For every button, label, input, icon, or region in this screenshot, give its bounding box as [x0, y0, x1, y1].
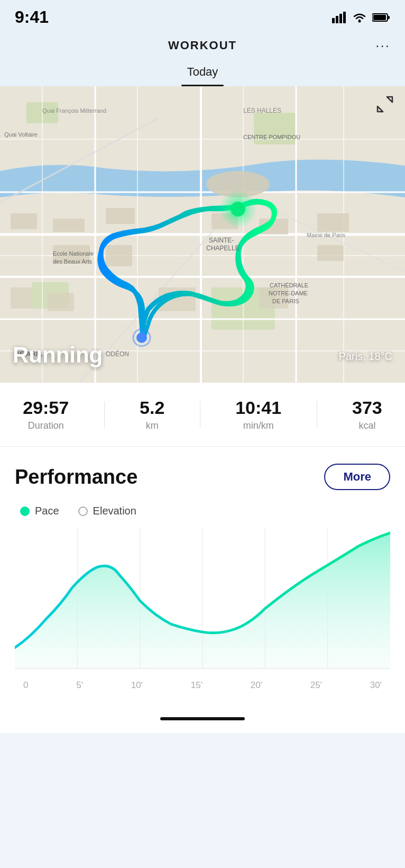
header: WORKOUT ··· [0, 31, 405, 58]
status-bar: 9:41 [0, 0, 405, 31]
chart-label-2: 10' [131, 680, 143, 691]
map-svg: Quai François Mitterrand LES HALLES CENT… [0, 86, 405, 383]
svg-rect-7 [388, 16, 390, 19]
svg-text:LES HALLES: LES HALLES [243, 107, 281, 114]
svg-rect-30 [11, 213, 37, 229]
svg-text:CHAPELLE: CHAPELLE [206, 245, 240, 252]
stat-kcal-label: kcal [358, 420, 375, 431]
legend-pace-label: Pace [35, 505, 59, 517]
chart-legend: Pace Elevation [15, 505, 390, 517]
stat-distance-label: km [146, 420, 159, 431]
map-expand-button[interactable] [375, 95, 394, 117]
stat-duration-label: Duration [28, 420, 64, 431]
svg-text:SAINTE-: SAINTE- [209, 237, 234, 244]
stat-kcal: 373 kcal [352, 397, 382, 431]
svg-rect-37 [317, 213, 349, 232]
svg-text:Ecole Nationale: Ecole Nationale [53, 250, 94, 257]
svg-rect-38 [317, 245, 344, 261]
svg-rect-39 [11, 287, 32, 309]
stats-bar: 29:57 Duration 5.2 km 10:41 min/km 373 k… [0, 383, 405, 447]
startpoint-dot [136, 332, 147, 343]
expand-icon [375, 95, 394, 114]
svg-text:CATHÉDRALE: CATHÉDRALE [270, 282, 308, 288]
svg-line-59 [378, 106, 383, 112]
legend-elevation-label: Elevation [93, 505, 136, 517]
signal-icon [332, 12, 347, 23]
stat-pace: 10:41 min/km [235, 397, 281, 431]
chart-label-1: 5' [76, 680, 83, 691]
status-time: 9:41 [15, 7, 49, 27]
legend-elevation-circle [78, 507, 88, 516]
chart-label-6: 30' [370, 680, 382, 691]
chart-label-4: 20' [251, 680, 262, 691]
chart-label-5: 25' [310, 680, 322, 691]
svg-rect-40 [48, 293, 74, 311]
svg-rect-6 [373, 15, 386, 20]
stat-distance: 5.2 km [140, 397, 164, 431]
legend-elevation: Elevation [78, 505, 136, 517]
stat-divider-1 [104, 401, 105, 428]
svg-point-4 [358, 20, 361, 22]
svg-text:Quai Voltaire: Quai Voltaire [4, 131, 38, 138]
svg-rect-31 [53, 219, 85, 232]
svg-text:CENTRE POMPIDOU: CENTRE POMPIDOU [243, 134, 300, 140]
stat-pace-label: min/km [243, 420, 274, 431]
stat-duration-value: 29:57 [23, 397, 69, 418]
tab-bar: Today [0, 58, 405, 86]
svg-rect-0 [332, 18, 335, 23]
home-indicator [160, 717, 245, 720]
legend-pace-dot [20, 507, 30, 516]
chart-label-3: 15' [191, 680, 202, 691]
stat-duration: 29:57 Duration [23, 397, 69, 431]
status-icons [332, 12, 390, 23]
svg-text:NOTRE-DAME: NOTRE-DAME [269, 290, 308, 296]
battery-icon [372, 13, 390, 22]
stat-divider-2 [200, 401, 200, 428]
svg-rect-2 [339, 14, 342, 23]
chart-svg [15, 527, 390, 675]
svg-text:Mairie de Paris: Mairie de Paris [307, 232, 346, 238]
svg-text:DE PARIS: DE PARIS [272, 298, 299, 304]
performance-header: Performance More [15, 464, 390, 490]
home-indicator-bar [0, 709, 405, 733]
performance-section: Performance More Pace Elevation [0, 447, 405, 709]
header-title: WORKOUT [168, 39, 237, 52]
location-label: Paris, 18°C [339, 350, 392, 363]
svg-rect-33 [106, 208, 135, 224]
legend-pace: Pace [20, 505, 59, 517]
svg-rect-3 [343, 12, 346, 23]
stat-kcal-value: 373 [352, 397, 382, 418]
map-container: Quai François Mitterrand LES HALLES CENT… [0, 86, 405, 383]
svg-text:Quai François Mitterrand: Quai François Mitterrand [42, 107, 106, 114]
chart-x-labels: 0 5' 10' 15' 20' 25' 30' [15, 677, 390, 691]
svg-rect-34 [106, 245, 132, 266]
more-button[interactable]: More [324, 464, 390, 490]
stat-distance-value: 5.2 [140, 397, 164, 418]
svg-rect-1 [336, 16, 338, 23]
svg-text:ODÉON: ODÉON [106, 350, 129, 358]
endpoint-dot [231, 202, 245, 216]
activity-type-label: Running [13, 342, 103, 368]
chart-label-0: 0 [23, 680, 28, 691]
stat-divider-3 [317, 401, 317, 428]
wifi-icon [352, 12, 367, 23]
svg-line-58 [387, 97, 392, 102]
performance-chart: 0 5' 10' 15' 20' 25' 30' [15, 527, 390, 696]
performance-title: Performance [15, 466, 137, 489]
tab-today[interactable]: Today [172, 61, 233, 86]
more-menu-button[interactable]: ··· [375, 38, 390, 54]
stat-pace-value: 10:41 [235, 397, 281, 418]
svg-text:des Beaux Arts: des Beaux Arts [53, 258, 92, 265]
